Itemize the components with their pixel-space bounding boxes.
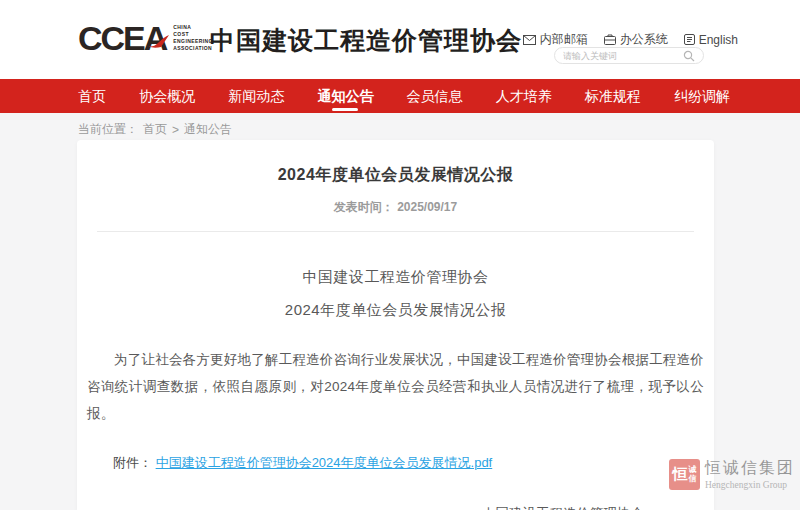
english-label: English xyxy=(699,33,738,47)
nav-item-training[interactable]: 人才培养 xyxy=(496,79,552,113)
nav-item-standards[interactable]: 标准规程 xyxy=(585,79,641,113)
breadcrumb-label: 当前位置： xyxy=(78,121,138,138)
nav-item-about[interactable]: 协会概况 xyxy=(139,79,195,113)
office-system-label: 办公系统 xyxy=(620,31,668,48)
breadcrumb-home-link[interactable]: 首页 xyxy=(143,121,167,138)
attachment-pdf-link[interactable]: 中国建设工程造价管理协会2024年度单位会员发展情况.pdf xyxy=(156,455,493,470)
article-title: 2024年度单位会员发展情况公报 xyxy=(77,165,714,186)
ccea-logo-subtext: CHINA COST ENGINEERING ASSOCIATION xyxy=(173,24,212,52)
ccea-logo[interactable]: CCEA CHINA COST ENGINEERING ASSOCIATION xyxy=(78,20,213,56)
ccea-logo-acronym: CCEA xyxy=(78,20,166,56)
logo-red-swoosh-icon xyxy=(144,34,170,50)
breadcrumb-separator: > xyxy=(172,123,179,137)
nav-item-home[interactable]: 首页 xyxy=(78,79,106,113)
article-paragraph: 为了让社会各方更好地了解工程造价咨询行业发展状况，中国建设工程造价管理协会根据工… xyxy=(87,346,704,427)
attachment-line: 附件： 中国建设工程造价管理协会2024年度单位会员发展情况.pdf xyxy=(87,454,704,472)
mail-icon xyxy=(523,35,536,45)
english-icon xyxy=(684,34,695,45)
site-title: 中国建设工程造价管理协会 xyxy=(210,24,522,57)
attachment-label: 附件： xyxy=(113,455,152,470)
hengchengxin-seal-icon: 恒 诚 信 xyxy=(669,459,700,490)
office-system-link[interactable]: 办公系统 xyxy=(604,31,668,48)
signature-block: 中国建设工程造价管理协会 2025年9月17日 xyxy=(482,505,644,510)
internal-mail-label: 内部邮箱 xyxy=(540,31,588,48)
site-header: CCEA CHINA COST ENGINEERING ASSOCIATION … xyxy=(0,0,800,79)
nav-item-notices[interactable]: 通知公告 xyxy=(317,79,373,113)
hengchengxin-watermark: 恒 诚 信 恒诚信集团 Hengchengxin Group xyxy=(669,458,795,490)
search-icon xyxy=(683,50,695,62)
internal-mail-link[interactable]: 内部邮箱 xyxy=(523,31,588,48)
watermark-text: 恒诚信集团 Hengchengxin Group xyxy=(705,458,795,490)
search-box xyxy=(554,47,704,64)
nav-item-news[interactable]: 新闻动态 xyxy=(228,79,284,113)
publish-label: 发表时间： xyxy=(334,200,394,214)
document-subject-title: 2024年度单位会员发展情况公报 xyxy=(77,301,714,320)
watermark-name-en: Hengchengxin Group xyxy=(705,480,795,490)
header-quick-links: 内部邮箱 办公系统 English xyxy=(523,31,738,48)
title-divider xyxy=(97,231,694,232)
publish-date: 2025/09/17 xyxy=(397,200,457,214)
breadcrumb-current: 通知公告 xyxy=(184,121,232,138)
search-button[interactable] xyxy=(683,50,695,62)
main-nav: 首页 协会概况 新闻动态 通知公告 会员信息 人才培养 标准规程 纠纷调解 xyxy=(0,79,800,113)
english-link[interactable]: English xyxy=(684,33,738,47)
breadcrumb: 当前位置： 首页 > 通知公告 xyxy=(78,121,232,138)
nav-item-members[interactable]: 会员信息 xyxy=(407,79,463,113)
watermark-name-cn: 恒诚信集团 xyxy=(705,458,795,479)
article-card: 2024年度单位会员发展情况公报 发表时间： 2025/09/17 中国建设工程… xyxy=(77,140,714,510)
search-input[interactable] xyxy=(563,51,683,61)
publish-line: 发表时间： 2025/09/17 xyxy=(77,199,714,216)
office-icon xyxy=(604,34,616,45)
nav-item-dispute[interactable]: 纠纷调解 xyxy=(674,79,730,113)
document-org-title: 中国建设工程造价管理协会 xyxy=(77,268,714,287)
signature-org: 中国建设工程造价管理协会 xyxy=(482,505,644,510)
